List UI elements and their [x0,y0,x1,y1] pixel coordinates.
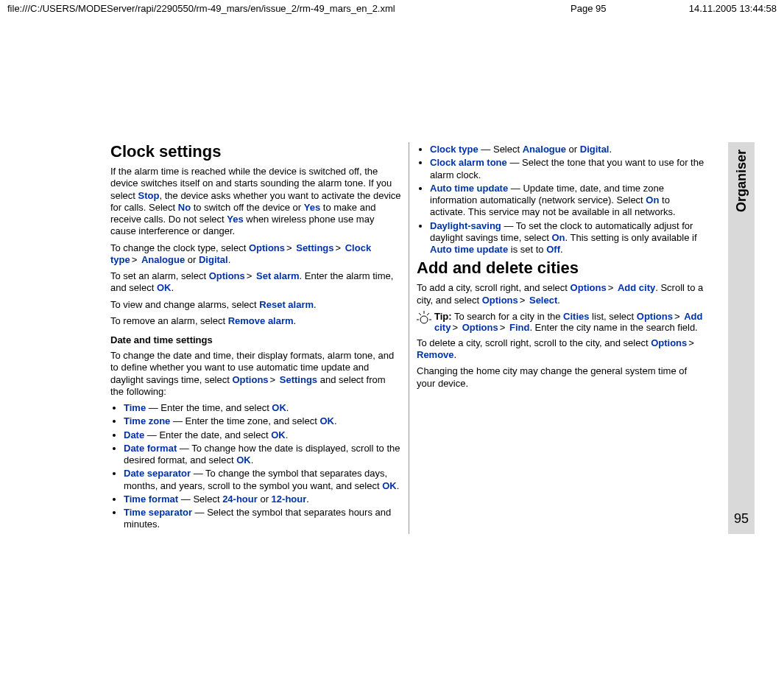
kw-ok: OK [319,415,334,426]
text: . Enter the city name in the search fiel… [529,322,697,333]
list: Clock type — Select Analogue or Digital.… [417,144,707,256]
text: — Enter the time zone, and select [170,415,319,426]
text: To remove an alarm, select [110,315,228,326]
text: . [306,493,309,505]
gt: > [673,311,682,322]
text: — Enter the time, and select [146,402,272,413]
page-label: Page 95 [571,3,659,14]
heading-add-delete-cities: Add and delete cities [417,259,707,278]
kw-time-zone: Time zone [124,415,170,426]
kw-on: On [551,232,565,243]
list: Time — Enter the time, and select OK. Ti… [110,402,401,531]
list-item: Clock alarm tone — Select the tone that … [430,157,707,181]
list-item: Time separator — Select the symbol that … [124,507,401,531]
text: . [228,254,231,265]
kw-settings: Settings [296,242,333,253]
gt: > [245,270,254,281]
para: To change the date and time, their displ… [110,350,401,398]
kw-remove: Remove [417,349,454,360]
sidebar: Organiser 95 [728,142,755,534]
kw-ok: OK [236,454,251,466]
columns: Clock settings If the alarm time is reac… [110,142,721,534]
svg-line-2 [419,313,421,315]
gt: > [498,322,507,333]
right-column: Clock type — Select Analogue or Digital.… [409,142,715,534]
tip-text: Tip: To search for a city in the Cities … [434,311,707,333]
gt: > [269,374,278,385]
text: . [294,315,297,326]
kw-set-alarm: Set alarm [256,270,300,281]
text: . [454,349,457,360]
text: — Select [478,144,523,155]
para: To remove an alarm, select Remove alarm. [110,315,401,327]
file-path: file:///C:/USERS/MODEServer/rapi/2290550… [7,3,571,14]
kw-auto-time-update: Auto time update [430,244,508,255]
text: To search for a city in the [452,311,564,322]
kw-daylight-saving: Daylight-saving [430,220,501,231]
tip-block: Tip: To search for a city in the Cities … [417,311,707,333]
kw-clock-alarm-tone: Clock alarm tone [430,157,507,168]
kw-clock-type: Clock type [430,144,478,155]
kw-options: Options [482,295,518,306]
text: to switch off the device or [191,202,304,213]
kw-find: Find [509,322,529,333]
para: To set an alarm, select Options> Set ala… [110,270,401,295]
kw-stop: Stop [138,190,160,201]
text: or [185,254,199,265]
text: or [258,493,272,505]
text: . [560,244,563,255]
para: To change the clock type, select Options… [110,242,401,267]
text: . [251,454,254,466]
para: To add a city, scroll right, and select … [417,282,707,306]
kw-cities: Cities [563,311,589,322]
gt: > [451,322,459,333]
kw-digital: Digital [580,144,610,155]
kw-date: Date [124,429,144,440]
kw-date-separator: Date separator [124,468,191,479]
kw-on: On [646,194,659,206]
text: To add a city, scroll right, and select [417,282,571,293]
list-item: Clock type — Select Analogue or Digital. [430,144,707,155]
kw-settings: Settings [280,374,317,385]
kw-auto-time-update: Auto time update [430,183,508,194]
text: . [314,299,317,310]
text: . [171,282,174,293]
kw-12-hour: 12-hour [272,493,307,505]
list-item: Auto time update — Update time, date, an… [430,183,707,219]
kw-time-separator: Time separator [124,507,192,518]
text: — Select [178,493,222,505]
text: or [566,144,580,155]
kw-select: Select [529,295,557,306]
gt: > [607,282,615,293]
text: To set an alarm, select [110,270,209,281]
kw-yes: Yes [304,202,320,213]
text: . [286,429,289,440]
kw-24-hour: 24-hour [222,493,258,505]
kw-analogue: Analogue [141,254,185,265]
gt: > [334,242,343,253]
kw-ok: OK [272,402,286,413]
timestamp: 14.11.2005 13:44:58 [659,3,777,14]
kw-no: No [178,202,191,213]
gt: > [130,254,139,265]
para: If the alarm time is reached while the d… [110,166,401,238]
kw-ok: OK [271,429,286,440]
kw-time: Time [124,402,146,413]
text: is set to [508,244,546,255]
list-item: Date separator — To change the symbol th… [124,468,401,492]
list-item: Time zone — Enter the time zone, and sel… [124,415,401,427]
list-item: Daylight-saving — To set the clock to au… [430,220,707,256]
kw-date-format: Date format [124,443,177,454]
kw-options: Options [209,270,245,281]
kw-off: Off [546,244,560,255]
kw-options: Options [232,374,268,385]
page-header: file:///C:/USERS/MODEServer/rapi/2290550… [0,0,784,17]
para: To delete a city, scroll right, scroll t… [417,337,707,362]
text: — Enter the date, and select [144,429,271,440]
kw-ok: OK [382,480,397,491]
para: To view and change alarms, select Reset … [110,299,401,311]
text: . [334,415,337,426]
text: To delete a city, scroll right, scroll t… [417,337,651,348]
sidebar-section: Organiser [734,150,749,212]
text: . [397,480,400,491]
